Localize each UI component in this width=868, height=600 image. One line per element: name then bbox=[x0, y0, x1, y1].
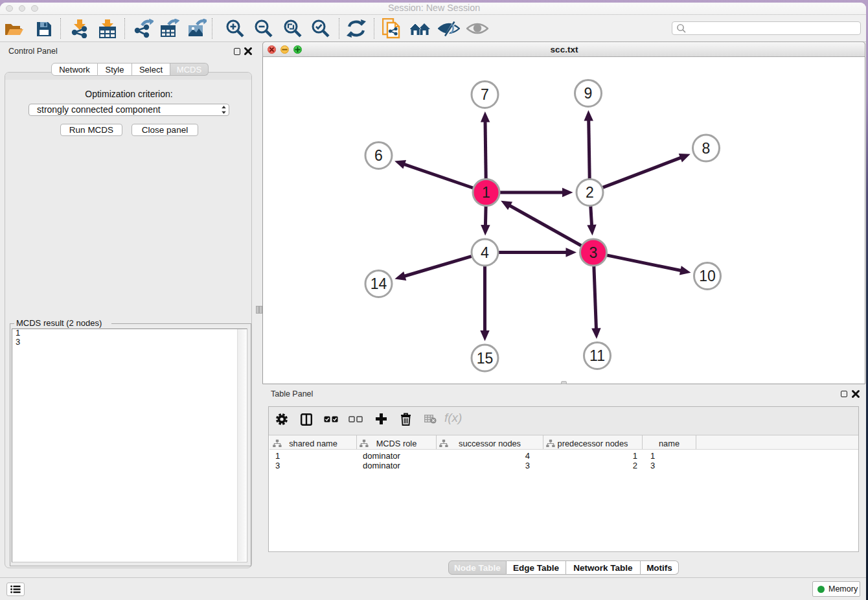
svg-text:14: 14 bbox=[371, 275, 387, 292]
svg-text:15: 15 bbox=[477, 350, 494, 367]
svg-text:3: 3 bbox=[589, 244, 598, 261]
svg-text:8: 8 bbox=[702, 140, 711, 157]
svg-text:2: 2 bbox=[586, 184, 594, 201]
svg-text:11: 11 bbox=[589, 347, 605, 364]
svg-text:6: 6 bbox=[374, 147, 383, 164]
svg-text:9: 9 bbox=[584, 85, 593, 102]
svg-text:4: 4 bbox=[481, 244, 489, 261]
svg-text:10: 10 bbox=[699, 268, 716, 284]
svg-text:1: 1 bbox=[482, 184, 490, 201]
svg-text:7: 7 bbox=[481, 86, 489, 103]
